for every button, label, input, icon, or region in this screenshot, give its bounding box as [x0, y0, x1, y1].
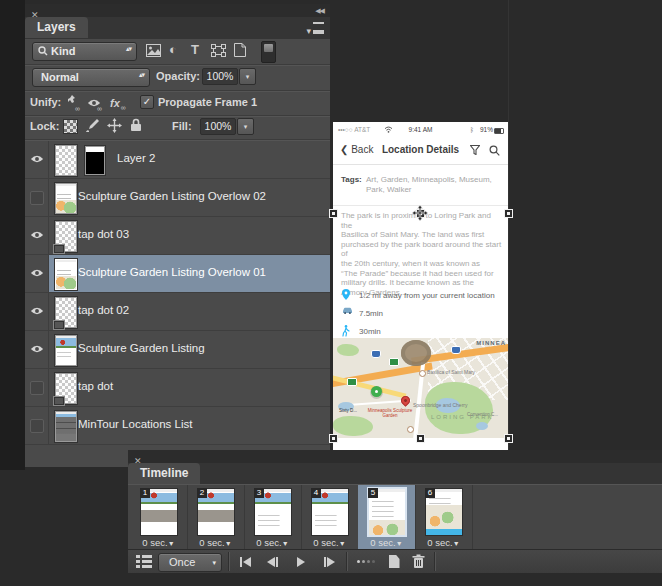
layer-name[interactable]: MinTour Locations List	[78, 418, 192, 430]
convert-to-video-timeline-icon[interactable]	[136, 555, 152, 568]
visibility-well[interactable]	[25, 255, 49, 292]
transform-handle-bottom-middle[interactable]	[416, 434, 425, 443]
filter-type-layers-icon[interactable]: T	[191, 42, 199, 57]
frame-delay[interactable]: 0 sec.▼	[244, 537, 301, 548]
frame-delay[interactable]: 0 sec.▼	[415, 537, 472, 548]
filter-pixel-layers-icon[interactable]	[146, 44, 161, 57]
opacity-dropdown-button[interactable]: ▾	[239, 68, 256, 85]
lock-all-icon[interactable]	[130, 118, 142, 132]
layer-thumbnail[interactable]	[55, 297, 77, 328]
tab-timeline[interactable]: Timeline	[128, 463, 200, 484]
frame-delay[interactable]: 0 sec.▼	[358, 537, 415, 548]
transform-handle-bottom-right[interactable]	[504, 434, 513, 443]
visibility-well[interactable]	[25, 407, 49, 444]
filter-shape-layers-icon[interactable]	[211, 44, 226, 57]
frame-delay[interactable]: 0 sec.▼	[187, 537, 244, 548]
frame-thumbnail[interactable]: 4	[311, 488, 349, 536]
visibility-well[interactable]	[25, 141, 49, 178]
transform-handle-top-right[interactable]	[504, 209, 513, 218]
layer-row-tap-dot-03[interactable]: tap dot 03	[25, 217, 330, 255]
transform-handle-top-left[interactable]	[329, 209, 338, 218]
layer-row-overlow-02[interactable]: Sculpture Garden Listing Overlow 02	[25, 179, 330, 217]
layer-name[interactable]: Sculpture Garden Listing	[78, 342, 205, 354]
visibility-well[interactable]	[25, 217, 49, 254]
panel-menu-icon[interactable]: ▾	[306, 22, 324, 36]
canvas-document[interactable]: •••○○ AT&T 9:41 AM ᛒ 91% ❮ Back Location…	[333, 122, 508, 450]
layer-thumbnail[interactable]	[55, 335, 77, 366]
eye-icon[interactable]	[30, 306, 44, 316]
fill-dropdown-button[interactable]: ▾	[237, 118, 254, 135]
frame-thumbnail[interactable]: 1	[140, 488, 178, 536]
visibility-well[interactable]	[25, 369, 49, 406]
visibility-well[interactable]	[25, 179, 49, 216]
layer-thumbnail[interactable]	[55, 411, 77, 442]
layer-row-sculpture-garden-listing[interactable]: Sculpture Garden Listing	[25, 331, 330, 369]
filter-kind-dropdown[interactable]: Kind ▴▾	[32, 42, 137, 61]
transform-handle-bottom-left[interactable]	[329, 434, 338, 443]
fill-value[interactable]: 100%	[200, 118, 236, 135]
layer-name[interactable]: Sculpture Garden Listing Overlow 02	[78, 190, 266, 202]
frame-6[interactable]: 6 0 sec.▼	[415, 485, 473, 550]
frame-delay[interactable]: 0 sec.▼	[301, 537, 358, 548]
layer-row-mintour-locations-list[interactable]: MinTour Locations List	[25, 407, 330, 445]
frame-thumbnail[interactable]: 6	[425, 488, 463, 536]
layer-name[interactable]: Layer 2	[117, 152, 155, 164]
delete-frame-trash-icon[interactable]	[412, 554, 425, 569]
tab-layers[interactable]: Layers	[25, 17, 88, 38]
frame-4[interactable]: 4 0 sec.▼	[301, 485, 359, 550]
lock-position-icon[interactable]	[107, 118, 122, 133]
frame-thumbnail[interactable]: 5	[367, 487, 407, 537]
visibility-well[interactable]	[25, 293, 49, 330]
layer-thumbnail[interactable]	[55, 259, 77, 290]
unify-style-icon[interactable]: fx∞	[110, 93, 125, 111]
frame-1[interactable]: 1 0 sec.▼	[130, 485, 188, 550]
eye-hidden[interactable]	[30, 419, 44, 433]
frame-delay[interactable]: 0 sec.▼	[130, 537, 187, 548]
frame-thumbnail[interactable]: 2	[197, 488, 235, 536]
filter-toggle-switch[interactable]	[261, 41, 276, 63]
eye-icon[interactable]	[30, 230, 44, 240]
play-button[interactable]	[290, 553, 312, 570]
layer-thumbnail[interactable]	[55, 145, 77, 176]
layer-mask-thumbnail[interactable]	[85, 146, 105, 175]
search-icon[interactable]	[489, 145, 500, 156]
filter-adjustment-layers-icon[interactable]: ◐	[169, 42, 177, 57]
opacity-value[interactable]: 100%	[202, 68, 238, 85]
eye-hidden[interactable]	[30, 381, 44, 395]
layer-thumbnail[interactable]	[55, 183, 77, 214]
layer-row-overlow-01[interactable]: Sculpture Garden Listing Overlow 01	[25, 255, 330, 293]
frame-2[interactable]: 2 0 sec.▼	[187, 485, 245, 550]
loop-count-dropdown[interactable]: Once ▾	[158, 553, 222, 572]
eye-icon[interactable]	[30, 344, 44, 354]
collapse-panels-icon[interactable]: ◀◀	[315, 7, 324, 15]
first-frame-button[interactable]	[234, 553, 256, 570]
layer-name[interactable]: Sculpture Garden Listing Overlow 01	[78, 266, 266, 278]
layer-row-layer-2[interactable]: Layer 2	[25, 141, 330, 179]
propagate-checkbox[interactable]: ✓	[140, 95, 154, 109]
layer-name[interactable]: tap dot 03	[78, 228, 129, 240]
frame-5-selected[interactable]: 5 0 sec.▼	[358, 485, 416, 550]
filter-smart-objects-icon[interactable]	[234, 43, 246, 57]
frame-3[interactable]: 3 0 sec.▼	[244, 485, 302, 550]
eye-icon[interactable]	[30, 154, 44, 164]
layer-thumbnail[interactable]	[55, 373, 77, 404]
layer-thumbnail[interactable]	[55, 221, 77, 252]
layer-name[interactable]: tap dot 02	[78, 304, 129, 316]
tween-frames-icon[interactable]	[354, 553, 378, 570]
previous-frame-button[interactable]	[262, 553, 284, 570]
eye-icon[interactable]	[30, 268, 44, 278]
layer-row-tap-dot[interactable]: tap dot	[25, 369, 330, 407]
lock-transparency-icon[interactable]	[63, 119, 78, 134]
blend-mode-dropdown[interactable]: Normal ▴▾	[32, 68, 150, 87]
next-frame-button[interactable]	[318, 553, 340, 570]
filter-funnel-icon[interactable]	[470, 145, 480, 155]
visibility-well[interactable]	[25, 331, 49, 368]
lock-pixels-icon[interactable]	[85, 118, 100, 133]
layer-name[interactable]: tap dot	[78, 380, 113, 392]
frame-thumbnail[interactable]: 3	[254, 488, 292, 536]
layer-row-tap-dot-02[interactable]: tap dot 02	[25, 293, 330, 331]
new-frame-icon[interactable]	[384, 553, 404, 570]
unify-position-icon[interactable]: ∞	[65, 94, 84, 112]
unify-visibility-icon[interactable]: ∞	[87, 94, 106, 112]
eye-hidden[interactable]	[30, 191, 44, 205]
